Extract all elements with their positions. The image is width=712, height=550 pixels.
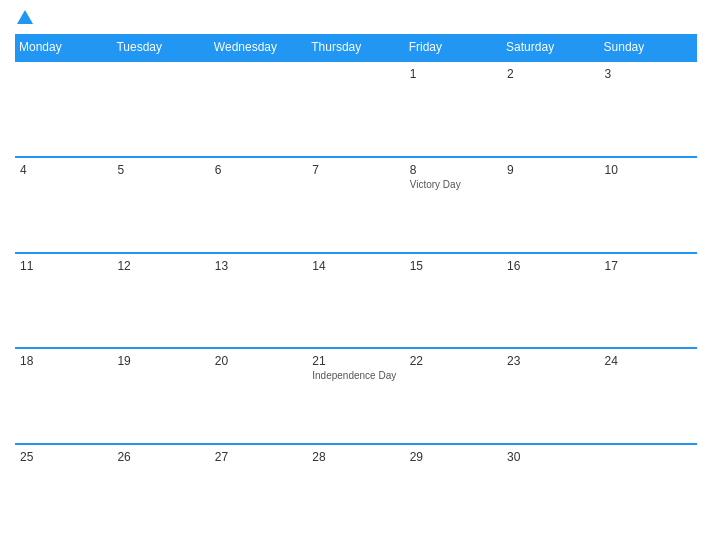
- weekday-header: Friday: [405, 34, 502, 61]
- day-number: 1: [410, 67, 497, 81]
- calendar-cell: [600, 444, 697, 540]
- day-number: 19: [117, 354, 204, 368]
- calendar-cell: 25: [15, 444, 112, 540]
- day-number: 14: [312, 259, 399, 273]
- day-number: 7: [312, 163, 399, 177]
- day-number: 15: [410, 259, 497, 273]
- calendar-week-row: 252627282930: [15, 444, 697, 540]
- calendar-cell: 21Independence Day: [307, 348, 404, 444]
- weekday-header: Tuesday: [112, 34, 209, 61]
- calendar-cell: 13: [210, 253, 307, 349]
- calendar-cell: 11: [15, 253, 112, 349]
- weekday-header: Saturday: [502, 34, 599, 61]
- calendar-cell: 3: [600, 61, 697, 157]
- day-number: 3: [605, 67, 692, 81]
- day-number: 17: [605, 259, 692, 273]
- day-number: 22: [410, 354, 497, 368]
- day-number: 13: [215, 259, 302, 273]
- logo-top-row: [15, 10, 33, 26]
- day-number: 25: [20, 450, 107, 464]
- calendar-thead: MondayTuesdayWednesdayThursdayFridaySatu…: [15, 34, 697, 61]
- weekday-header: Monday: [15, 34, 112, 61]
- calendar-cell: [307, 61, 404, 157]
- calendar-cell: 2: [502, 61, 599, 157]
- logo: [15, 10, 33, 26]
- day-number: 24: [605, 354, 692, 368]
- calendar-table: MondayTuesdayWednesdayThursdayFridaySatu…: [15, 34, 697, 540]
- calendar-cell: [15, 61, 112, 157]
- calendar-cell: 22: [405, 348, 502, 444]
- calendar-header: [15, 10, 697, 26]
- calendar-cell: 15: [405, 253, 502, 349]
- calendar-cell: 5: [112, 157, 209, 253]
- calendar-cell: 20: [210, 348, 307, 444]
- holiday-name: Independence Day: [312, 370, 399, 381]
- day-number: 9: [507, 163, 594, 177]
- calendar-cell: 27: [210, 444, 307, 540]
- calendar-cell: 19: [112, 348, 209, 444]
- calendar-cell: 30: [502, 444, 599, 540]
- weekday-header-row: MondayTuesdayWednesdayThursdayFridaySatu…: [15, 34, 697, 61]
- calendar-week-row: 45678Victory Day910: [15, 157, 697, 253]
- day-number: 11: [20, 259, 107, 273]
- calendar-cell: 28: [307, 444, 404, 540]
- day-number: 23: [507, 354, 594, 368]
- day-number: 21: [312, 354, 399, 368]
- weekday-header: Sunday: [600, 34, 697, 61]
- calendar-cell: 8Victory Day: [405, 157, 502, 253]
- day-number: 5: [117, 163, 204, 177]
- calendar-cell: [210, 61, 307, 157]
- day-number: 10: [605, 163, 692, 177]
- calendar-week-row: 18192021Independence Day222324: [15, 348, 697, 444]
- calendar-wrapper: MondayTuesdayWednesdayThursdayFridaySatu…: [0, 0, 712, 550]
- logo-triangle-icon: [17, 10, 33, 24]
- day-number: 6: [215, 163, 302, 177]
- calendar-cell: 14: [307, 253, 404, 349]
- day-number: 16: [507, 259, 594, 273]
- day-number: 30: [507, 450, 594, 464]
- calendar-cell: 16: [502, 253, 599, 349]
- day-number: 2: [507, 67, 594, 81]
- calendar-cell: 9: [502, 157, 599, 253]
- calendar-cell: 10: [600, 157, 697, 253]
- day-number: 28: [312, 450, 399, 464]
- calendar-cell: 23: [502, 348, 599, 444]
- calendar-cell: 1: [405, 61, 502, 157]
- calendar-cell: 12: [112, 253, 209, 349]
- calendar-cell: 26: [112, 444, 209, 540]
- day-number: 20: [215, 354, 302, 368]
- weekday-header: Thursday: [307, 34, 404, 61]
- calendar-body: 12345678Victory Day910111213141516171819…: [15, 61, 697, 540]
- day-number: 27: [215, 450, 302, 464]
- calendar-week-row: 11121314151617: [15, 253, 697, 349]
- calendar-cell: 29: [405, 444, 502, 540]
- day-number: 29: [410, 450, 497, 464]
- day-number: 26: [117, 450, 204, 464]
- day-number: 8: [410, 163, 497, 177]
- calendar-cell: 7: [307, 157, 404, 253]
- calendar-cell: 4: [15, 157, 112, 253]
- day-number: 4: [20, 163, 107, 177]
- holiday-name: Victory Day: [410, 179, 497, 190]
- calendar-cell: [112, 61, 209, 157]
- calendar-week-row: 123: [15, 61, 697, 157]
- day-number: 18: [20, 354, 107, 368]
- calendar-cell: 17: [600, 253, 697, 349]
- calendar-cell: 6: [210, 157, 307, 253]
- calendar-cell: 18: [15, 348, 112, 444]
- logo-block: [15, 10, 33, 26]
- day-number: 12: [117, 259, 204, 273]
- weekday-header: Wednesday: [210, 34, 307, 61]
- calendar-cell: 24: [600, 348, 697, 444]
